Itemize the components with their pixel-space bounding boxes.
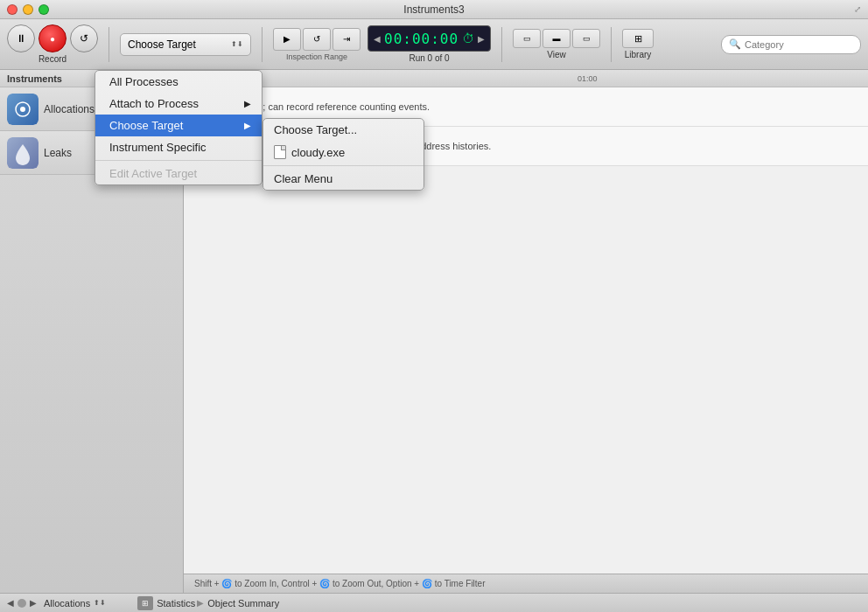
search-icon: 🔍: [729, 38, 741, 50]
record-group: ⏸ ● ↺ Record: [7, 24, 98, 64]
timer-group: ◀ 00:00:00 ⏱ ▶ Run 0 of 0: [368, 25, 491, 63]
submenu: Choose Target... cloudy.exe Clear Menu: [262, 118, 424, 191]
dropdown-item-instrument-specific[interactable]: Instrument Specific: [95, 136, 262, 158]
run-label: Run 0 of 0: [409, 53, 449, 63]
scroll-left-icon[interactable]: ◀: [7, 598, 14, 608]
submenu-separator: [263, 165, 424, 166]
pause-button[interactable]: ⏸: [7, 24, 35, 52]
dropdown-item-edit-active-target: Edit Active Target: [95, 163, 262, 184]
view-1-icon: ▭: [523, 34, 531, 43]
view-btn-group: ▭ ▬ ▭: [513, 29, 600, 48]
record-button[interactable]: ●: [38, 24, 66, 52]
library-label: Library: [625, 50, 652, 59]
bottom-allocations: ◀ ▶ Allocations ⬆⬇: [7, 598, 106, 609]
scroll-right-icon[interactable]: ▶: [30, 598, 37, 608]
view-buttons: ▭ ▬ ▭ View: [513, 29, 600, 59]
target-chooser[interactable]: Choose Target ⬆⬇: [120, 33, 251, 56]
view-label: View: [547, 50, 566, 59]
library-button[interactable]: ⊞ Library: [622, 29, 654, 59]
separator-1: [108, 27, 109, 62]
window-controls: [7, 4, 49, 15]
search-box: 🔍: [721, 35, 861, 54]
submenu-item-clear-menu[interactable]: Clear Menu: [263, 168, 424, 190]
record-label: Record: [38, 54, 66, 64]
bottom-bar: ◀ ▶ Allocations ⬆⬇ ⊞ Statistics ▶ Object…: [0, 593, 868, 612]
inspection-range-label: Inspection Range: [286, 52, 347, 61]
rewind-button[interactable]: ↺: [303, 28, 331, 51]
pause-icon: ⏸: [16, 32, 26, 45]
record-icon: ●: [50, 34, 55, 44]
timer-display: ◀ 00:00:00 ⏱ ▶: [368, 25, 491, 52]
submenu-item-choose-target[interactable]: Choose Target...: [263, 119, 424, 141]
submenu-cloudy-exe-label: cloudy.exe: [291, 146, 345, 159]
submenu-choose-target-label: Choose Target...: [274, 123, 357, 136]
allocations-dropdown-arrow[interactable]: ⬆⬇: [94, 599, 106, 607]
transport-controls: ▶ ↺ ⇥: [273, 28, 360, 51]
resize-icon[interactable]: ⤢: [854, 4, 861, 14]
view-3-icon: ▭: [583, 34, 591, 43]
leaks-icon: [7, 137, 38, 169]
allocations-icon: [7, 94, 38, 125]
breadcrumb-object-summary-label: Object Summary: [207, 598, 279, 609]
library-icon: ⊞: [622, 29, 654, 48]
search-input[interactable]: [745, 39, 865, 50]
choose-target-arrow: ▶: [244, 121, 251, 130]
timer-next-button[interactable]: ▶: [478, 34, 485, 44]
play-icon: ▶: [284, 34, 290, 44]
view-2-icon: ▬: [553, 34, 561, 43]
separator-2: [262, 27, 262, 62]
breadcrumb-statistics[interactable]: Statistics ▶: [157, 598, 204, 609]
target-chooser-text: Choose Target: [128, 38, 228, 51]
svg-point-2: [20, 107, 25, 112]
rewind-icon: ↺: [313, 34, 320, 44]
refresh-icon: ↺: [80, 32, 88, 45]
view-btn-3[interactable]: ▭: [572, 29, 600, 48]
view-btn-2[interactable]: ▬: [542, 29, 570, 48]
primary-dropdown: All Processes Attach to Process ▶ Choose…: [94, 70, 262, 185]
instrument-specific-label: Instrument Specific: [109, 141, 206, 154]
timeline-tick-1: 01:00: [578, 74, 598, 83]
allocations-name: Allocations: [44, 103, 94, 115]
dropdown-item-attach-to-process[interactable]: Attach to Process ▶: [95, 93, 262, 115]
timeline-header: 01:00: [184, 70, 868, 87]
file-icon: [274, 145, 286, 159]
attach-to-process-label: Attach to Process: [109, 97, 199, 110]
leaks-name: Leaks: [44, 147, 72, 159]
dropdown-container: All Processes Attach to Process ▶ Choose…: [94, 70, 262, 185]
title-bar: Instruments3 ⤢: [0, 0, 868, 19]
play-button[interactable]: ▶: [273, 28, 301, 51]
hint-text: Shift + 🌀 to Zoom In, Control + 🌀 to Zoo…: [194, 579, 486, 588]
attach-to-process-arrow: ▶: [244, 99, 251, 108]
breadcrumb-object-summary[interactable]: Object Summary: [207, 598, 279, 609]
timer-clock-icon: ⏱: [462, 31, 474, 45]
timer-value: 00:00:00: [384, 31, 458, 47]
status-bar: Shift + 🌀 to Zoom In, Control + 🌀 to Zoo…: [184, 574, 868, 593]
choose-target-label: Choose Target: [109, 119, 183, 132]
scroll-circle: [18, 599, 26, 608]
window-title: Instruments3: [403, 3, 464, 16]
dropdown-item-choose-target[interactable]: Choose Target ▶: [95, 115, 262, 136]
target-chooser-arrow: ⬆⬇: [231, 40, 243, 48]
breadcrumb-statistics-arrow: ▶: [197, 598, 204, 608]
submenu-item-cloudy-exe[interactable]: cloudy.exe: [263, 141, 424, 163]
refresh-button[interactable]: ↺: [70, 24, 98, 52]
forward-button[interactable]: ⇥: [332, 28, 360, 51]
close-button[interactable]: [7, 4, 18, 15]
dropdown-separator: [95, 160, 262, 161]
forward-icon: ⇥: [343, 34, 350, 44]
view-btn-1[interactable]: ▭: [513, 29, 541, 48]
dropdown-item-all-processes[interactable]: All Processes: [95, 71, 262, 93]
submenu-clear-menu-label: Clear Menu: [274, 172, 332, 185]
record-controls: ⏸ ● ↺: [7, 24, 98, 52]
maximize-button[interactable]: [38, 4, 49, 15]
timer-prev-button[interactable]: ◀: [374, 34, 381, 44]
minimize-button[interactable]: [23, 4, 33, 15]
separator-4: [611, 27, 612, 62]
toolbar: ⏸ ● ↺ Record Choose Target ⬆⬇ ▶ ↺ ⇥: [0, 19, 868, 70]
breadcrumb-grid-icon[interactable]: ⊞: [137, 596, 153, 610]
allocations-bottom-label: Allocations: [44, 598, 90, 609]
breadcrumb-statistics-label: Statistics: [157, 598, 195, 609]
breadcrumb-nav: ⊞ Statistics ▶ Object Summary: [137, 596, 279, 610]
edit-active-target-label: Edit Active Target: [109, 167, 197, 180]
all-processes-label: All Processes: [109, 75, 178, 88]
